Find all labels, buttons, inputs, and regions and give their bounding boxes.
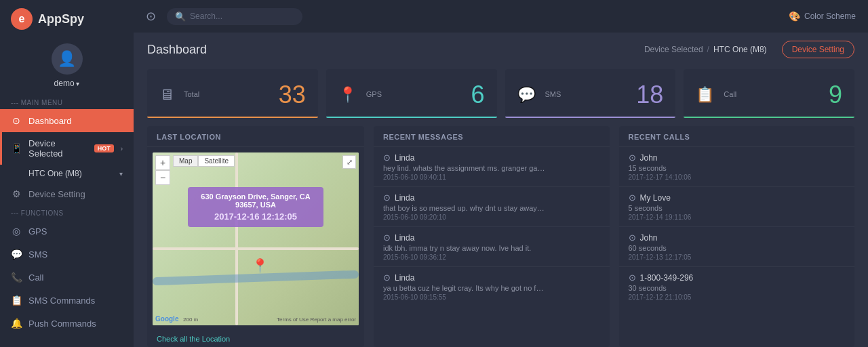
logo-icon: e: [11, 8, 33, 30]
call-duration-1: 15 seconds: [629, 164, 846, 172]
map-fullscreen-button[interactable]: ⤢: [342, 155, 356, 169]
sidebar-item-gps[interactable]: ◎ GPS: [0, 220, 134, 243]
stat-card-sms: 💬 SMS 18: [505, 69, 676, 118]
msg-sender-3: ⊙ Linda: [383, 232, 600, 243]
device-name: HTC One (M8): [28, 169, 82, 178]
user-name[interactable]: demo: [54, 79, 80, 88]
msg-text-1: hey lind. whats the assignment ms. grang…: [383, 164, 546, 172]
search-input[interactable]: [190, 12, 278, 21]
color-scheme-button[interactable]: 🎨 Color Scheme: [789, 11, 856, 22]
sidebar-item-device-setting[interactable]: ⚙ Device Setting: [0, 182, 134, 205]
user-icon: 👤: [58, 50, 76, 68]
user-avatar-area: 👤 demo: [0, 38, 134, 95]
settings-icon: ⚙: [11, 188, 22, 199]
page-header: Dashboard Device Selected / HTC One (M8)…: [134, 33, 868, 64]
msg-text-3: idk tbh. imma try n stay away now. Ive h…: [383, 244, 546, 252]
stat-card-total: 🖥 Total 33: [147, 69, 318, 118]
map-check-link[interactable]: Check all the Location: [147, 331, 364, 347]
total-icon: 🖥: [159, 86, 174, 104]
map-panel-title: LAST LOCATION: [147, 126, 364, 147]
sidebar-item-call[interactable]: 📞 Call: [0, 266, 134, 289]
breadcrumb: Device Selected / HTC One (M8): [644, 45, 767, 54]
sidebar-item-dashboard[interactable]: ⊙ Dashboard: [0, 109, 134, 132]
stat-label-sms: SMS: [545, 90, 627, 98]
map-background: + − Map Satellite ⤢ 630 Grayson Drive, S…: [153, 152, 359, 325]
main-content: ⊙ 🔍 🎨 Color Scheme Dashboard Device Sele…: [134, 0, 868, 347]
sidebar-device-sub[interactable]: HTC One (M8) ▾: [0, 165, 134, 182]
sms-stat-icon: 💬: [517, 86, 536, 104]
msg-text-2: that boy is so messed up. why dnt u stay…: [383, 204, 546, 212]
stat-info-gps: GPS: [366, 90, 462, 100]
msg-text-4: ya u betta cuz he legit cray. Its why he…: [383, 284, 546, 292]
messages-list: ⊙ Linda hey lind. whats the assignment m…: [374, 147, 610, 306]
palette-icon: 🎨: [789, 11, 800, 22]
breadcrumb-separator: /: [707, 45, 709, 54]
stat-label-total: Total: [184, 90, 269, 98]
map-popup-address: 630 Grayson Drive, Sanger, CA 93657, USA: [196, 192, 315, 209]
map-road-horizontal: [153, 247, 359, 250]
app-logo: e AppSpy: [0, 0, 134, 38]
map-type-map[interactable]: Map: [173, 155, 198, 167]
device-setting-button[interactable]: Device Setting: [782, 41, 854, 58]
msg-sender-4: ⊙ Linda: [383, 272, 600, 283]
call-duration-3: 60 seconds: [629, 244, 846, 252]
sidebar-item-label: Device Selected: [28, 138, 87, 159]
msg-sender-icon-2: ⊙: [383, 192, 391, 203]
call-date-1: 2017-12-17 14:10:06: [629, 174, 846, 181]
sidebar-item-label: Dashboard: [28, 116, 123, 126]
stats-row: 🖥 Total 33 📍 GPS 6 💬 SMS 18 📋: [134, 64, 868, 126]
map-container[interactable]: + − Map Satellite ⤢ 630 Grayson Drive, S…: [153, 152, 359, 325]
sidebar-item-sms-commands[interactable]: 📋 SMS Commands: [0, 289, 134, 312]
avatar: 👤: [52, 43, 83, 75]
msg-sender-icon-4: ⊙: [383, 272, 391, 283]
sidebar-item-push-commands[interactable]: 🔔 Push Commands: [0, 312, 134, 335]
call-item-1[interactable]: ⊙ John 15 seconds 2017-12-17 14:10:06: [619, 147, 855, 187]
map-zoom-out[interactable]: −: [155, 170, 170, 185]
message-item-3[interactable]: ⊙ Linda idk tbh. imma try n stay away no…: [374, 227, 610, 267]
call-name-1: ⊙ John: [629, 152, 846, 163]
call-duration-4: 30 seconds: [629, 284, 846, 292]
hot-badge: HOT: [94, 144, 114, 152]
sidebar-item-sms[interactable]: 💬 SMS: [0, 243, 134, 266]
call-name-3: ⊙ John: [629, 232, 846, 243]
main-menu-label: --- MAIN MENU: [0, 95, 134, 109]
chevron-right-icon: ›: [121, 145, 123, 152]
map-logo: Google: [155, 315, 178, 323]
map-scale: 200 m: [183, 317, 198, 323]
message-item-2[interactable]: ⊙ Linda that boy is so messed up. why dn…: [374, 187, 610, 227]
page-title: Dashboard: [147, 43, 207, 57]
map-terms[interactable]: Terms of Use Report a map error: [277, 317, 356, 323]
call-item-3[interactable]: ⊙ John 60 seconds 2017-12-13 12:17:05: [619, 227, 855, 267]
calls-panel-title: RECENT CALLS: [619, 126, 855, 147]
call-name-2: ⊙ My Love: [629, 192, 846, 203]
call-item-2[interactable]: ⊙ My Love 5 seconds 2017-12-14 19:11:06: [619, 187, 855, 227]
msg-date-4: 2015-06-10 09:15:55: [383, 293, 600, 301]
calls-list: ⊙ John 15 seconds 2017-12-17 14:10:06 ⊙ …: [619, 147, 855, 306]
msg-sender-name-2: Linda: [395, 193, 414, 203]
call-item-4[interactable]: ⊙ 1-800-349-296 30 seconds 2017-12-12 21…: [619, 267, 855, 306]
stat-value-total: 33: [279, 83, 306, 107]
sidebar-item-label: GPS: [28, 226, 123, 237]
color-scheme-label: Color Scheme: [804, 12, 856, 21]
back-button[interactable]: ⊙: [146, 9, 156, 24]
message-item-4[interactable]: ⊙ Linda ya u betta cuz he legit cray. It…: [374, 267, 610, 306]
bottom-panels: LAST LOCATION + − Map Satellite ⤢: [134, 126, 868, 347]
device-icon: 📱: [11, 143, 22, 154]
map-type-satellite[interactable]: Satellite: [198, 155, 235, 167]
message-item-1[interactable]: ⊙ Linda hey lind. whats the assignment m…: [374, 147, 610, 187]
map-panel: LAST LOCATION + − Map Satellite ⤢: [147, 126, 364, 347]
map-zoom-in[interactable]: +: [155, 155, 170, 170]
msg-date-1: 2015-06-10 09:40:11: [383, 174, 600, 181]
msg-sender-name-3: Linda: [395, 233, 414, 243]
stat-info-call: Call: [724, 90, 819, 100]
map-road-vertical: [235, 152, 238, 325]
functions-label: --- FUNCTIONS: [0, 205, 134, 220]
map-popup-date: 2017-12-16 12:12:05: [196, 211, 315, 222]
call-icon-1: ⊙: [629, 152, 636, 163]
app-name: AppSpy: [38, 12, 84, 26]
messages-panel: RECENT MESSAGES ⊙ Linda hey lind. whats …: [374, 126, 610, 347]
msg-sender-icon-3: ⊙: [383, 232, 391, 243]
sidebar: e AppSpy 👤 demo --- MAIN MENU ⊙ Dashboar…: [0, 0, 134, 347]
stat-bar-call: [684, 117, 854, 118]
sidebar-item-device-selected[interactable]: 📱 Device Selected HOT ›: [0, 132, 134, 165]
